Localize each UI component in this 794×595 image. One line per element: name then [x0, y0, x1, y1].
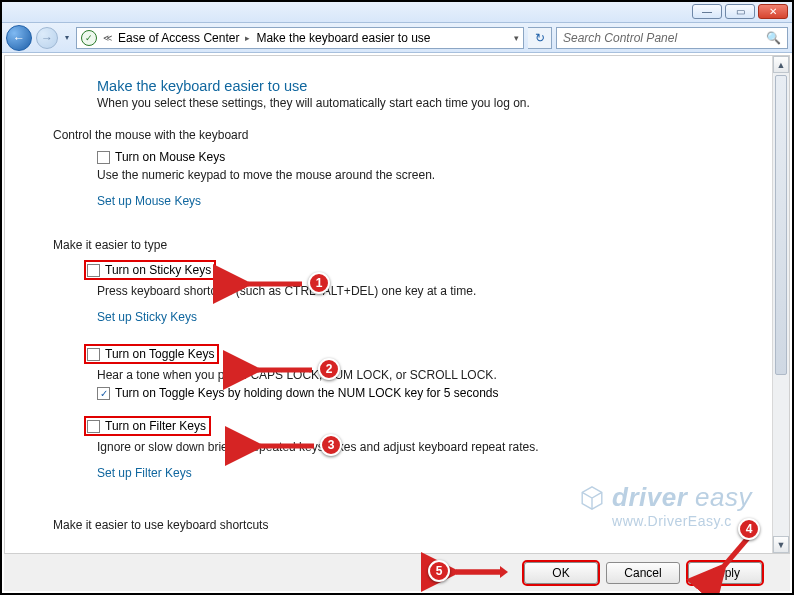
toggle-keys-highlight: Turn on Toggle Keys [84, 344, 219, 364]
setup-sticky-keys-link[interactable]: Set up Sticky Keys [97, 310, 197, 324]
toggle-keys-numlock-label: Turn on Toggle Keys by holding down the … [115, 386, 499, 400]
minimize-button[interactable]: — [692, 4, 722, 19]
search-placeholder: Search Control Panel [563, 31, 677, 45]
filter-keys-highlight: Turn on Filter Keys [84, 416, 211, 436]
nav-history-dropdown[interactable]: ▾ [62, 27, 72, 49]
ok-button[interactable]: OK [524, 562, 598, 584]
page-subtitle: When you select these settings, they wil… [97, 96, 733, 110]
search-input[interactable]: Search Control Panel 🔍 [556, 27, 788, 49]
vertical-scrollbar[interactable]: ▲ ▼ [772, 56, 789, 553]
sticky-keys-highlight: Turn on Sticky Keys [84, 260, 216, 280]
sticky-keys-checkbox[interactable] [87, 264, 100, 277]
close-button[interactable]: ✕ [758, 4, 788, 19]
mouse-keys-label: Turn on Mouse Keys [115, 150, 225, 164]
watermark-brand2: easy [695, 482, 752, 512]
mouse-keys-checkbox[interactable] [97, 151, 110, 164]
filter-keys-label: Turn on Filter Keys [105, 419, 206, 433]
scroll-down-button[interactable]: ▼ [773, 536, 789, 553]
search-icon: 🔍 [766, 31, 781, 45]
dropdown-icon[interactable]: ▾ [514, 33, 519, 43]
ease-of-access-icon: ✓ [81, 30, 97, 46]
page-title: Make the keyboard easier to use [97, 78, 733, 94]
cube-icon [578, 484, 606, 512]
section-type-header: Make it easier to type [53, 238, 733, 252]
breadcrumb-1[interactable]: Ease of Access Center [118, 31, 239, 45]
navbar: ← → ▾ ✓ ≪ Ease of Access Center ▸ Make t… [2, 23, 792, 53]
watermark-url: www.DriverEasy.c [612, 513, 752, 529]
nav-back-button[interactable]: ← [6, 25, 32, 51]
watermark: driver easy www.DriverEasy.c [578, 482, 752, 529]
titlebar: — ▭ ✕ [2, 2, 792, 23]
setup-filter-keys-link[interactable]: Set up Filter Keys [97, 466, 192, 480]
scroll-thumb[interactable] [775, 75, 787, 375]
nav-forward-button[interactable]: → [36, 27, 58, 49]
maximize-button[interactable]: ▭ [725, 4, 755, 19]
filter-keys-checkbox[interactable] [87, 420, 100, 433]
watermark-brand1: driver [612, 482, 687, 512]
scroll-up-button[interactable]: ▲ [773, 56, 789, 73]
toggle-keys-checkbox[interactable] [87, 348, 100, 361]
cancel-button[interactable]: Cancel [606, 562, 680, 584]
button-bar: OK Cancel Apply [4, 553, 790, 591]
window: — ▭ ✕ ← → ▾ ✓ ≪ Ease of Access Center ▸ … [0, 0, 794, 595]
setup-mouse-keys-link[interactable]: Set up Mouse Keys [97, 194, 201, 208]
address-bar[interactable]: ✓ ≪ Ease of Access Center ▸ Make the key… [76, 27, 524, 49]
crumb-sep-icon: ≪ [103, 33, 112, 43]
toggle-keys-label: Turn on Toggle Keys [105, 347, 214, 361]
filter-keys-desc: Ignore or slow down brief or repeated ke… [97, 440, 733, 454]
apply-button[interactable]: Apply [688, 562, 762, 584]
section-mouse-header: Control the mouse with the keyboard [53, 128, 733, 142]
toggle-keys-desc: Hear a tone when you press CAPS LOCK, NU… [97, 368, 733, 382]
refresh-button[interactable]: ↻ [528, 27, 552, 49]
mouse-keys-desc: Use the numeric keypad to move the mouse… [97, 168, 733, 182]
chevron-right-icon: ▸ [245, 33, 250, 43]
sticky-keys-desc: Press keyboard shortcuts (such as CTRL+A… [97, 284, 733, 298]
breadcrumb-2[interactable]: Make the keyboard easier to use [256, 31, 430, 45]
content-area: Make the keyboard easier to use When you… [4, 55, 790, 553]
toggle-keys-numlock-checkbox[interactable] [97, 387, 110, 400]
sticky-keys-label: Turn on Sticky Keys [105, 263, 211, 277]
